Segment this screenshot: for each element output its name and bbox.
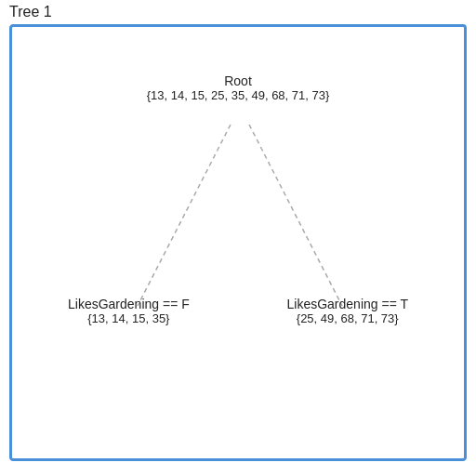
root-node-values: {13, 14, 15, 25, 35, 49, 68, 71, 73} bbox=[147, 88, 330, 102]
right-child-label: LikesGardening == T bbox=[287, 297, 409, 311]
left-child-label: LikesGardening == F bbox=[68, 297, 190, 311]
tree-container: Root {13, 14, 15, 25, 35, 49, 68, 71, 73… bbox=[9, 24, 467, 461]
svg-line-1 bbox=[249, 125, 342, 306]
root-node: Root {13, 14, 15, 25, 35, 49, 68, 71, 73… bbox=[147, 73, 330, 102]
left-child-values: {13, 14, 15, 35} bbox=[68, 311, 190, 325]
right-child-values: {25, 49, 68, 71, 73} bbox=[287, 311, 409, 325]
svg-line-0 bbox=[138, 125, 231, 306]
right-child-node: LikesGardening == T {25, 49, 68, 71, 73} bbox=[287, 297, 409, 325]
left-child-node: LikesGardening == F {13, 14, 15, 35} bbox=[68, 297, 190, 325]
root-node-label: Root bbox=[147, 73, 330, 88]
page-title: Tree 1 bbox=[0, 0, 476, 24]
